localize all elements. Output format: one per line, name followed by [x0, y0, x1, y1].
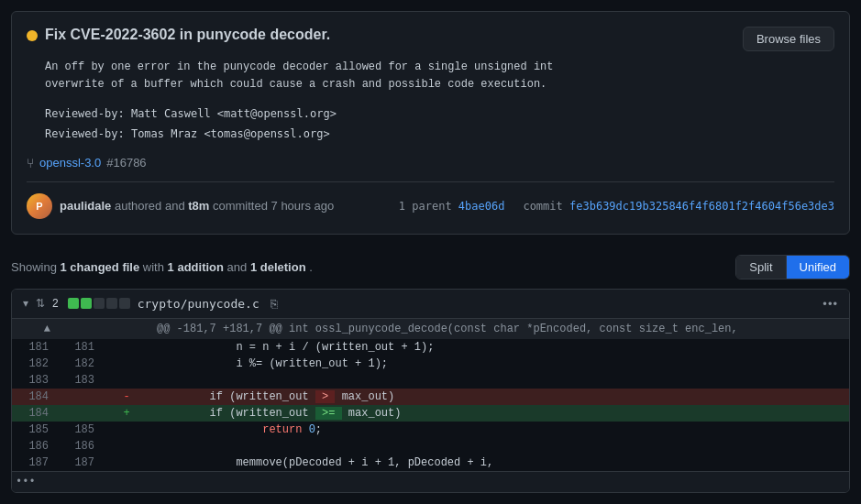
table-row: 184 + if (written_out >= max_out)	[12, 405, 849, 422]
author-info: paulidale authored and t8m committed 7 h…	[60, 199, 334, 213]
collapse-icon[interactable]: ▾	[23, 297, 28, 310]
branch-icon: ⑂	[27, 156, 34, 170]
line-code	[149, 438, 849, 455]
branch-name[interactable]: openssl-3.0	[39, 156, 101, 170]
changed-count: 1 changed file	[61, 260, 140, 274]
hunk-line-num-left: ▲	[12, 319, 58, 339]
committed-text: committed	[213, 199, 271, 213]
line-num-left: 182	[12, 356, 58, 372]
table-row: 183 183	[12, 372, 849, 389]
description-line-2: overwrite of a buffer which could cause …	[45, 76, 834, 93]
sq-green-2	[81, 298, 92, 309]
pr-number: #16786	[106, 156, 146, 170]
diff-hunk-header: ▲ @@ -181,7 +181,7 @@ int ossl_punycode_…	[12, 319, 849, 339]
copy-icon[interactable]: ⎘	[270, 297, 278, 311]
table-row: 187 187 memmove(pDecoded + i + 1, pDecod…	[12, 455, 849, 472]
sq-green-1	[68, 298, 79, 309]
parent-hash[interactable]: 4bae06d	[458, 200, 505, 213]
line-sign: -	[104, 389, 149, 405]
line-code: return 0;	[149, 422, 849, 438]
expand-down-icon[interactable]: •••	[16, 476, 36, 488]
line-num-left: 183	[12, 372, 58, 389]
bottom-expand-row: •••	[12, 471, 849, 492]
diff-squares	[68, 298, 130, 309]
line-code: i %= (written_out + 1);	[149, 356, 849, 372]
authored-text: authored and	[115, 199, 188, 213]
table-row: 186 186	[12, 438, 849, 455]
expand-down[interactable]: •••	[12, 471, 849, 492]
line-num-left: 181	[12, 339, 58, 356]
line-num-right	[58, 389, 104, 405]
sq-gray-2	[106, 298, 117, 309]
line-num-right: 187	[58, 455, 104, 472]
commit-title: Fix CVE-2022-3602 in punycode decoder.	[27, 27, 330, 43]
line-code: if (written_out >= max_out)	[149, 405, 849, 422]
line-num-left: 187	[12, 455, 58, 472]
changed-files-summary: Showing 1 changed file with 1 addition a…	[11, 260, 313, 274]
description-line-1: An off by one error in the punycode deco…	[45, 59, 834, 76]
line-num-left: 185	[12, 422, 58, 438]
line-num-left: 184	[12, 389, 58, 405]
table-row: 185 185 return 0;	[12, 422, 849, 438]
line-sign: +	[104, 405, 149, 422]
commit-title-row: Fix CVE-2022-3602 in punycode decoder. B…	[27, 27, 834, 51]
line-code: n = n + i / (written_out + 1);	[149, 339, 849, 356]
browse-files-button[interactable]: Browse files	[743, 27, 834, 51]
reviewed-by-1: Reviewed-by: Matt Caswell <matt@openssl.…	[45, 104, 834, 125]
additions-count: 1 addition	[168, 260, 224, 274]
line-code	[149, 372, 849, 389]
unified-button[interactable]: Unified	[787, 256, 849, 279]
line-sign	[104, 455, 149, 472]
line-sign	[104, 339, 149, 356]
line-sign	[104, 422, 149, 438]
diff-additions-num: 2	[52, 297, 59, 310]
diff-table: ▲ @@ -181,7 +181,7 @@ int ossl_punycode_…	[12, 319, 849, 492]
status-dot	[27, 30, 38, 41]
commit-description: An off by one error in the punycode deco…	[45, 59, 834, 93]
hunk-line-num-right	[58, 319, 104, 339]
hunk-sign	[104, 319, 149, 339]
table-row: 184 - if (written_out > max_out)	[12, 389, 849, 405]
hunk-header-text: @@ -181,7 +181,7 @@ int ossl_punycode_de…	[149, 319, 849, 339]
changed-files-row: Showing 1 changed file with 1 addition a…	[0, 246, 861, 289]
branch-row: ⑂ openssl-3.0 #16786	[27, 156, 834, 170]
line-num-right: 186	[58, 438, 104, 455]
table-row: 181 181 n = n + i / (written_out + 1);	[12, 339, 849, 356]
commit-title-text: Fix CVE-2022-3602 in punycode decoder.	[45, 27, 330, 43]
sq-gray-1	[94, 298, 105, 309]
sq-gray-3	[119, 298, 130, 309]
view-toggle: Split Unified	[735, 255, 850, 279]
more-options-icon[interactable]: •••	[822, 297, 838, 311]
diff-file-header-left: ▾ ⇅ 2 crypto/punycode.c ⎘	[23, 297, 278, 311]
coauthor-name[interactable]: t8m	[188, 199, 209, 213]
line-num-right: 183	[58, 372, 104, 389]
line-num-right: 182	[58, 356, 104, 372]
reviewed-by-2: Reviewed-by: Tomas Mraz <tomas@openssl.o…	[45, 125, 834, 145]
line-code: if (written_out > max_out)	[149, 389, 849, 405]
commit-info: commit fe3b639dc19b325846f4f6801f2f4604f…	[523, 200, 834, 213]
diff-container: ▾ ⇅ 2 crypto/punycode.c ⎘ ••• ▲	[11, 289, 850, 493]
commit-header: Fix CVE-2022-3602 in punycode decoder. B…	[11, 11, 850, 235]
commit-hash[interactable]: fe3b639dc19b325846f4f6801f2f4604f56e3de3	[569, 200, 834, 213]
diff-changes-icon: ⇅	[36, 297, 45, 310]
line-sign	[104, 372, 149, 389]
table-row: 182 182 i %= (written_out + 1);	[12, 356, 849, 372]
expand-up-icon[interactable]: ▲	[44, 323, 50, 335]
time-ago: 7 hours ago	[271, 199, 335, 213]
line-num-right	[58, 405, 104, 422]
deletions-count: 1 deletion	[250, 260, 306, 274]
line-num-left: 184	[12, 405, 58, 422]
line-num-right: 181	[58, 339, 104, 356]
line-num-right: 185	[58, 422, 104, 438]
author-name[interactable]: paulidale	[60, 199, 111, 213]
split-button[interactable]: Split	[736, 256, 786, 279]
avatar: P	[27, 193, 52, 219]
diff-filename[interactable]: crypto/punycode.c	[138, 297, 259, 311]
commit-meta: 1 parent 4bae06d commit fe3b639dc19b3258…	[399, 200, 834, 213]
diff-header-actions: •••	[822, 297, 838, 311]
line-sign	[104, 438, 149, 455]
author-row: P paulidale authored and t8m committed 7…	[27, 181, 834, 219]
line-sign	[104, 356, 149, 372]
reviewed-by-section: Reviewed-by: Matt Caswell <matt@openssl.…	[45, 104, 834, 144]
parent-info: 1 parent 4bae06d	[399, 200, 505, 213]
